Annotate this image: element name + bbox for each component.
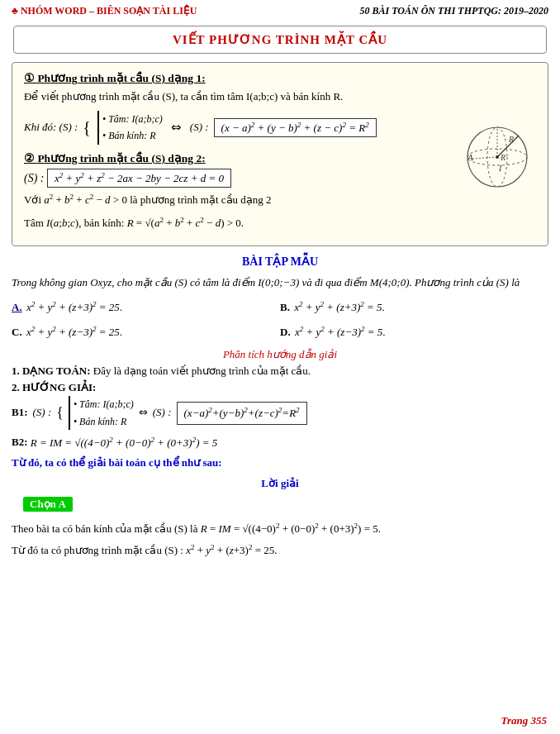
analysis-title: Phân tích hướng dẫn giải: [12, 348, 548, 361]
solution-text1: Theo bài ta có bán kính của mặt cầu (S) …: [12, 520, 548, 538]
page-title: VIẾT PHƯƠNG TRÌNH MẶT CẦU: [13, 26, 547, 54]
arrow-symbol: ⇔: [171, 120, 182, 135]
conclusion-text: Từ đó, ta có thể giải bài toán cụ thể nh…: [12, 455, 548, 472]
b1-brace: • Tâm: I(a;b;c) • Bán kính: R: [69, 396, 134, 430]
option-c: C. x2 + y2 + (z−3)2 = 25.: [12, 322, 280, 343]
option-b: B. x2 + y2 + (z+3)2 = 5.: [280, 297, 548, 318]
chon-a-container: Chọn A: [12, 493, 548, 517]
brace-symbol: {: [83, 119, 91, 136]
chon-a-badge: Chọn A: [23, 497, 73, 512]
theory-section2-cond: Với a2 + b2 + c2 − d > 0 là phương trình…: [24, 191, 439, 209]
svg-text:R: R: [500, 153, 505, 162]
formula1-line: Khi đó: (S) : { • Tâm: I(a;b;c) • Bán kí…: [24, 111, 439, 145]
step2-title: 2. HƯỚNG GIẢI:: [12, 381, 548, 394]
theory-box: ① Phương trình mặt cầu (S) dạng 1: Để vi…: [12, 62, 548, 246]
step1-title: 1. DẠNG TOÁN: Đây là dạng toán viết phươ…: [12, 365, 548, 378]
practice-title: BÀI TẬP MẪU: [0, 255, 560, 269]
b1-step: B1: (S) : { • Tâm: I(a;b;c) • Bán kính: …: [12, 396, 548, 430]
svg-text:I: I: [498, 164, 502, 173]
theory-section1-title: ① Phương trình mặt cầu (S) dạng 1:: [24, 71, 439, 85]
svg-line-10: [472, 157, 497, 159]
sphere-svg: R R A I: [449, 109, 532, 200]
formula2-container: (S) : x2 + y2 + z2 − 2ax − 2by − 2cz + d…: [24, 169, 439, 188]
header-left: ♣ NHÓM WORD – BIÊN SOẠN TÀI LIỆU: [12, 5, 197, 17]
header-right: 50 BÀI TOÁN ÔN THI THPTQG: 2019–2020: [360, 5, 548, 17]
practice-problem: Trong không gian Oxyz, cho mặt cầu (S) c…: [12, 274, 548, 291]
loi-giai-title: Lời giải: [12, 477, 548, 490]
sphere-illustration: R R A I: [445, 71, 536, 237]
b1-formula: (x−a)2+(y−b)2+(z−c)2=R2: [177, 402, 307, 425]
formula1-box: (x − a)2 + (y − b)2 + (z − c)2 = R2: [214, 118, 377, 137]
brace-block: • Tâm: I(a;b;c) • Bán kính: R: [97, 111, 163, 145]
solution-text2: Từ đó ta có phương trình mặt cầu (S) : x…: [12, 541, 548, 560]
svg-text:R: R: [508, 135, 514, 144]
theory-content: ① Phương trình mặt cầu (S) dạng 1: Để vi…: [24, 71, 439, 237]
theory-section2-title: ② Phương trình mặt cầu (S) dạng 2:: [24, 151, 439, 165]
when-label: Khi đó: (S) :: [24, 121, 78, 134]
svg-text:A: A: [467, 152, 473, 162]
page-footer: Trang 355: [501, 714, 548, 727]
page-header: ♣ NHÓM WORD – BIÊN SOẠN TÀI LIỆU 50 BÀI …: [0, 0, 560, 21]
theory-section1-text: Để viết phương trình mặt cầu (S), ta cần…: [24, 88, 439, 106]
options-grid: A. x2 + y2 + (z+3)2 = 25. B. x2 + y2 + (…: [12, 297, 548, 344]
option-d: D. x2 + y2 + (z−3)2 = 5.: [280, 322, 548, 343]
b2-step: B2: R = IM = √((4−0)2 + (0−0)2 + (0+3)2)…: [12, 433, 548, 451]
theory-section2-center: Tâm I(a;b;c), bán kính: R = √(a2 + b2 + …: [24, 214, 439, 232]
formula2-box: x2 + y2 + z2 − 2ax − 2by − 2cz + d = 0: [47, 169, 231, 188]
option-a: A. x2 + y2 + (z+3)2 = 25.: [12, 297, 280, 318]
when-s-label: (S) :: [190, 121, 209, 134]
